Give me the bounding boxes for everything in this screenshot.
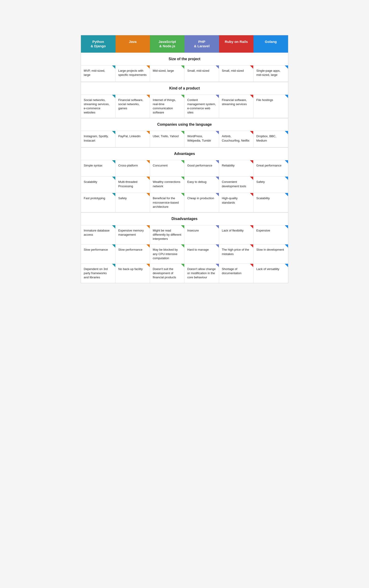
data-cell-4-2-4: Shortage of documentation bbox=[219, 264, 254, 283]
data-cell-0-0-2: Mid-sized, large bbox=[150, 65, 184, 82]
data-cell-4-1-2: May be blocked by any CPU intensive comp… bbox=[150, 244, 184, 264]
data-row-4-2: Dependent on 3rd party frameworks and li… bbox=[81, 264, 288, 283]
data-cell-4-1-3: Hard to manage bbox=[184, 244, 219, 264]
header-java: Java bbox=[115, 35, 150, 52]
data-cell-4-2-5: Lack of versatility bbox=[254, 264, 288, 283]
section-header-1: Kind of a product bbox=[81, 82, 288, 95]
data-cell-4-1-0: Slow performance bbox=[81, 244, 115, 264]
data-cell-3-1-3: Easy to debug bbox=[184, 177, 219, 193]
data-cell-4-0-5: Expensive bbox=[254, 225, 288, 244]
data-cell-0-0-4: Small, mid-sized bbox=[219, 65, 254, 82]
data-cell-4-0-0: Immature database access bbox=[81, 225, 115, 244]
header-python: Python& Django bbox=[81, 35, 115, 52]
main-table: Python& Django Java JavaScript& Node.js … bbox=[81, 35, 288, 283]
data-cell-1-0-2: Internet of things, real-time communicat… bbox=[150, 95, 184, 118]
section-header-4: Disadvantages bbox=[81, 212, 288, 225]
data-cell-4-2-3: Doesn't allow change or modification in … bbox=[184, 264, 219, 283]
data-cell-1-0-3: Content management system, e-commerce we… bbox=[184, 95, 219, 118]
data-row-1-0: Social networks, streaming services, e-c… bbox=[81, 95, 288, 118]
header-golang: Golang bbox=[254, 35, 288, 52]
data-cell-1-0-4: Financial software, streaming services bbox=[219, 95, 254, 118]
data-cell-3-1-5: Safety bbox=[254, 177, 288, 193]
data-cell-3-0-4: Reliability bbox=[219, 160, 254, 176]
data-cell-4-1-1: Slow performance bbox=[115, 244, 150, 264]
data-cell-1-0-0: Social networks, streaming services, e-c… bbox=[81, 95, 115, 118]
data-cell-3-1-0: Scalability bbox=[81, 177, 115, 193]
data-cell-3-0-2: Concurrent bbox=[150, 160, 184, 176]
data-cell-2-0-4: Airbnb, Couchsurfing, Netflix bbox=[219, 131, 254, 147]
data-cell-4-0-1: Expensive memory management bbox=[115, 225, 150, 244]
data-cell-4-2-2: Doesn't suit the development of financia… bbox=[150, 264, 184, 283]
data-cell-3-0-3: Good performance bbox=[184, 160, 219, 176]
data-row-3-2: Fast prototypingSafetyBeneficial for the… bbox=[81, 193, 288, 212]
data-cell-3-0-5: Great performance bbox=[254, 160, 288, 176]
data-row-0-0: MVP, mid-sized, largeLarge projects with… bbox=[81, 65, 288, 82]
data-cell-3-2-4: High-quality standards bbox=[219, 193, 254, 212]
data-cell-3-1-1: Multi-threaded Processing bbox=[115, 177, 150, 193]
data-cell-3-0-0: Simple syntax bbox=[81, 160, 115, 176]
data-cell-3-2-2: Beneficial for the microservice-based ar… bbox=[150, 193, 184, 212]
header-row: Python& Django Java JavaScript& Node.js … bbox=[81, 35, 288, 52]
data-row-4-1: Slow performanceSlow performanceMay be b… bbox=[81, 244, 288, 264]
data-cell-4-0-2: Might be read differently by different i… bbox=[150, 225, 184, 244]
data-cell-4-1-4: The high price of the mistakes bbox=[219, 244, 254, 264]
section-header-2: Companies using the language bbox=[81, 118, 288, 131]
section-header-0: Size of the project bbox=[81, 52, 288, 65]
data-row-4-0: Immature database accessExpensive memory… bbox=[81, 225, 288, 245]
data-cell-0-0-0: MVP, mid-sized, large bbox=[81, 65, 115, 82]
data-row-2-0: Instagram, Spotify, InstacartPayPal, Lin… bbox=[81, 131, 288, 147]
data-cell-0-0-1: Large projects with specific requirement… bbox=[115, 65, 150, 82]
data-cell-3-2-3: Cheap in production bbox=[184, 193, 219, 212]
section-header-3: Advantages bbox=[81, 147, 288, 160]
data-cell-2-0-3: WordPress, Wikipedia, Tumblr bbox=[184, 131, 219, 147]
data-cell-3-2-5: Scalability bbox=[254, 193, 288, 212]
data-cell-2-0-2: Uber, Trello, Yahoo! bbox=[150, 131, 184, 147]
page-title bbox=[81, 14, 288, 23]
data-cell-4-2-0: Dependent on 3rd party frameworks and li… bbox=[81, 264, 115, 283]
data-row-3-1: ScalabilityMulti-threaded ProcessingWeal… bbox=[81, 177, 288, 193]
data-cell-4-0-3: Insecure bbox=[184, 225, 219, 244]
data-cell-3-1-2: Wealthy connections network bbox=[150, 177, 184, 193]
data-cell-3-1-4: Convenient development tools bbox=[219, 177, 254, 193]
data-cell-2-0-0: Instagram, Spotify, Instacart bbox=[81, 131, 115, 147]
data-cell-4-1-5: Slow in development bbox=[254, 244, 288, 264]
data-cell-0-0-3: Small, mid-sized bbox=[184, 65, 219, 82]
data-cell-0-0-5: Single-page apps, mid-sized, large bbox=[254, 65, 288, 82]
sections-container: Size of the projectMVP, mid-sized, large… bbox=[81, 52, 288, 283]
data-cell-3-2-1: Safety bbox=[115, 193, 150, 212]
data-cell-1-0-5: File hostings bbox=[254, 95, 288, 118]
header-php: PHP& Laravel bbox=[184, 35, 219, 52]
data-row-3-0: Simple syntaxCross-platformConcurrentGoo… bbox=[81, 160, 288, 177]
data-cell-1-0-1: Financial software, social networks, gam… bbox=[115, 95, 150, 118]
data-cell-3-0-1: Cross-platform bbox=[115, 160, 150, 176]
data-cell-3-2-0: Fast prototyping bbox=[81, 193, 115, 212]
data-cell-2-0-1: PayPal, Linkedin bbox=[115, 131, 150, 147]
header-js: JavaScript& Node.js bbox=[150, 35, 184, 52]
data-cell-2-0-5: Dropbox, BBC, Medium bbox=[254, 131, 288, 147]
data-cell-4-0-4: Lack of flexibility bbox=[219, 225, 254, 244]
header-ruby: Ruby on Rails bbox=[219, 35, 254, 52]
data-cell-4-2-1: No back-up facility bbox=[115, 264, 150, 283]
page-wrapper: Python& Django Java JavaScript& Node.js … bbox=[81, 14, 288, 574]
